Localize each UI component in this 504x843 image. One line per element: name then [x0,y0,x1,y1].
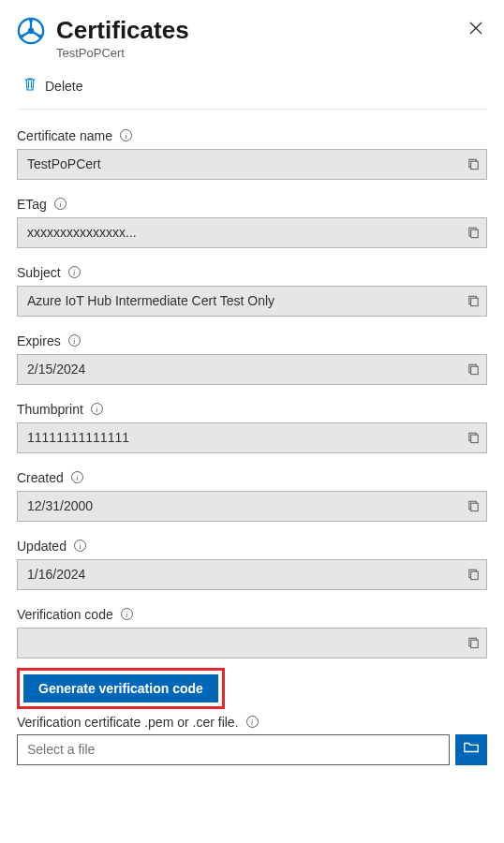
info-icon[interactable]: i [121,608,133,620]
svg-point-5 [29,19,33,22]
svg-rect-12 [471,435,479,442]
info-icon[interactable]: i [68,266,81,278]
etag-label: ETag [17,197,47,212]
field-created: Created i 12/31/2000 [17,470,487,522]
svg-rect-14 [471,571,479,579]
created-value: 12/31/2000 [17,491,487,522]
close-icon[interactable] [465,17,487,42]
field-thumbprint: Thumbprint i 11111111111111 [17,402,487,453]
field-updated: Updated i 1/16/2024 [17,539,487,590]
subject-value: Azure IoT Hub Intermediate Cert Test Onl… [17,286,487,317]
expires-value: 2/15/2024 [17,354,487,385]
generate-verification-code-button[interactable]: Generate verification code [23,674,218,702]
verification-code-label: Verification code [17,607,113,622]
thumbprint-value: 11111111111111 [17,422,487,453]
certificate-name-label: Certificate name [17,128,112,143]
verification-code-value [17,628,487,658]
subject-label: Subject [17,265,61,280]
certificate-name-value: TestPoPCert [17,149,487,180]
info-icon[interactable]: i [246,716,259,728]
svg-rect-9 [471,229,479,237]
thumbprint-label: Thumbprint [17,402,83,417]
trash-icon [22,77,37,96]
copy-icon[interactable] [467,362,481,377]
field-certificate-name: Certificate name i TestPoPCert [17,128,487,180]
page-title: Certificates [56,17,453,44]
verification-file-label: Verification certificate .pem or .cer fi… [17,715,239,730]
svg-rect-13 [471,503,479,510]
copy-icon[interactable] [467,636,481,650]
svg-point-7 [38,35,42,38]
updated-label: Updated [17,539,67,554]
page-subtitle: TestPoPCert [56,46,453,60]
copy-icon[interactable] [467,226,481,240]
copy-icon[interactable] [467,431,481,445]
certificate-icon [17,17,45,49]
highlight-annotation: Generate verification code [17,668,225,709]
updated-value: 1/16/2024 [17,559,487,590]
copy-icon[interactable] [467,157,481,171]
info-icon[interactable]: i [91,403,103,415]
svg-rect-8 [471,161,479,169]
info-icon[interactable]: i [71,471,83,483]
field-expires: Expires i 2/15/2024 [17,333,487,385]
info-icon[interactable]: i [74,540,86,552]
panel-header: Certificates TestPoPCert [17,17,487,60]
svg-rect-10 [471,298,479,305]
expires-label: Expires [17,333,61,348]
copy-icon[interactable] [467,568,481,582]
delete-label: Delete [45,79,82,94]
created-label: Created [17,470,64,485]
file-picker-row: Select a file [17,734,487,765]
field-subject: Subject i Azure IoT Hub Intermediate Cer… [17,265,487,317]
folder-icon [463,739,480,760]
copy-icon[interactable] [467,499,481,513]
field-verification-code: Verification code i [17,607,487,658]
info-icon[interactable]: i [120,129,132,141]
field-etag: ETag i xxxxxxxxxxxxxxx... [17,197,487,248]
browse-file-button[interactable] [455,734,487,765]
svg-rect-11 [471,366,479,374]
svg-rect-15 [471,640,479,647]
info-icon[interactable]: i [68,334,81,347]
file-input[interactable]: Select a file [17,734,450,765]
copy-icon[interactable] [467,294,481,308]
etag-value: xxxxxxxxxxxxxxx... [17,217,487,248]
svg-point-6 [21,35,24,38]
delete-button[interactable]: Delete [17,73,487,110]
info-icon[interactable]: i [54,198,67,210]
